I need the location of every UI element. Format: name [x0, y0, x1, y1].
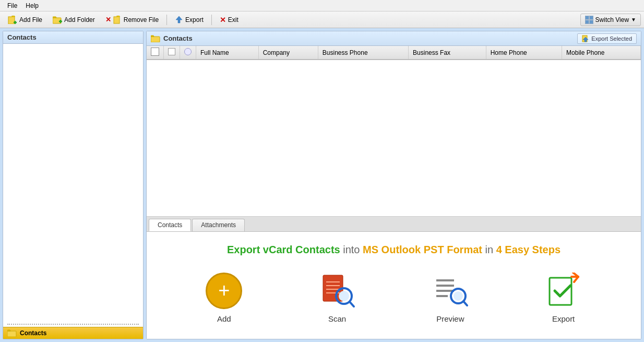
svg-marker-7: [176, 16, 182, 23]
toolbar: Add File Add Folder ✕ Remove File: [0, 11, 644, 28]
tab-attachments[interactable]: Attachments: [192, 219, 245, 231]
sidebar: Contacts Contacts: [3, 31, 144, 339]
preview-step-icon: [432, 273, 469, 309]
menu-bar: File Help: [0, 0, 644, 11]
export-svg-icon: [545, 273, 582, 309]
add-file-button[interactable]: Add File: [3, 14, 47, 26]
remove-file-icon: [113, 16, 122, 24]
contacts-folder-icon: [7, 329, 17, 337]
sidebar-contacts-item[interactable]: Contacts: [3, 327, 143, 339]
exit-label: Exit: [228, 16, 238, 23]
export-selected-button[interactable]: Export Selected: [577, 33, 637, 44]
export-label: Export: [185, 16, 204, 23]
step-add-label: Add: [217, 314, 231, 323]
table-header-row: Full Name Company Business Phone Busines…: [147, 46, 641, 60]
menu-help[interactable]: Help: [21, 1, 43, 10]
svg-rect-6: [114, 17, 120, 23]
export-selected-label: Export Selected: [591, 36, 632, 42]
add-file-icon: [8, 16, 17, 24]
export-toolbar-icon: [175, 16, 183, 24]
step-scan-label: Scan: [328, 314, 346, 323]
step-export-label: Export: [552, 314, 575, 323]
title-export: Export: [227, 244, 263, 255]
step-preview-label: Preview: [436, 314, 464, 323]
steps-panel: Export vCard Contacts into MS Outlook PS…: [147, 232, 641, 339]
title-in: in: [485, 244, 496, 255]
col-contact-icon: [180, 46, 196, 60]
content-header-left: Contacts: [151, 34, 193, 42]
add-plus-symbol: +: [218, 280, 230, 300]
svg-line-24: [350, 302, 354, 306]
add-folder-label: Add Folder: [64, 16, 95, 23]
title-vcard: vCard Contacts: [263, 244, 343, 255]
exit-x-icon: ✕: [220, 16, 226, 24]
menu-file[interactable]: File: [3, 1, 21, 10]
content-contacts-icon: [151, 35, 160, 42]
switch-view-label: Switch View: [595, 16, 629, 23]
col-page: [164, 46, 180, 60]
col-checkbox: [147, 46, 164, 60]
header-checkbox[interactable]: [151, 48, 159, 56]
switch-view-arrow: ▼: [631, 17, 636, 22]
export-step-icon: [545, 273, 582, 309]
header-contact-icon: [184, 48, 192, 55]
svg-rect-32: [550, 278, 571, 305]
content-panel: Contacts Export Selected: [146, 31, 641, 339]
svg-point-23: [339, 291, 349, 301]
main-layout: Contacts Contacts Contacts: [0, 28, 644, 342]
header-page-icon: [168, 48, 175, 55]
col-biz-fax[interactable]: Business Fax: [409, 46, 486, 60]
svg-rect-11: [586, 20, 589, 23]
sidebar-contacts-label: Contacts: [20, 329, 46, 337]
step-scan[interactable]: Scan: [319, 273, 355, 323]
svg-rect-9: [586, 16, 589, 19]
step-preview[interactable]: Preview: [432, 273, 469, 323]
remove-file-button[interactable]: ✕ Remove File: [101, 14, 163, 26]
add-folder-button[interactable]: Add Folder: [48, 14, 100, 26]
exit-button[interactable]: ✕ Exit: [215, 14, 243, 26]
sidebar-divider: [7, 324, 139, 325]
steps-title: Export vCard Contacts into MS Outlook PS…: [168, 242, 620, 257]
title-into: into: [343, 244, 363, 255]
add-step-icon: +: [206, 273, 242, 309]
export-button[interactable]: Export: [170, 14, 208, 26]
scan-step-icon: [319, 273, 355, 309]
col-mobile-phone[interactable]: Mobile Phone: [562, 46, 641, 60]
svg-rect-14: [151, 37, 160, 42]
export-selected-icon: [582, 35, 589, 42]
contacts-table: Full Name Company Business Phone Busines…: [147, 46, 641, 60]
svg-rect-12: [590, 20, 593, 23]
sidebar-header: Contacts: [3, 31, 143, 44]
add-file-label: Add File: [19, 16, 42, 23]
table-container: Full Name Company Business Phone Busines…: [147, 46, 641, 216]
sidebar-title: Contacts: [7, 33, 37, 41]
remove-file-label: Remove File: [124, 16, 159, 23]
tab-contacts[interactable]: Contacts: [149, 219, 191, 231]
content-title: Contacts: [163, 34, 193, 42]
tabs-bar: Contacts Attachments: [147, 217, 641, 232]
col-fullname[interactable]: Full Name: [196, 46, 259, 60]
step-add[interactable]: + Add: [206, 273, 242, 323]
toolbar-sep-2: [211, 15, 212, 25]
title-ms-outlook: MS Outlook PST Format: [363, 244, 485, 255]
toolbar-sep-1: [166, 15, 167, 25]
bottom-section: Contacts Attachments Export vCard Contac…: [147, 216, 641, 339]
toolbar-left: Add File Add Folder ✕ Remove File: [3, 14, 243, 26]
col-home-phone[interactable]: Home Phone: [486, 46, 562, 60]
col-company[interactable]: Company: [258, 46, 318, 60]
add-folder-icon: [53, 16, 62, 24]
remove-x-icon: ✕: [105, 16, 111, 23]
svg-rect-3: [53, 18, 61, 23]
switch-view-icon: [585, 16, 593, 24]
step-export[interactable]: Export: [545, 273, 582, 323]
switch-view-button[interactable]: Switch View ▼: [580, 14, 641, 26]
col-biz-phone[interactable]: Business Phone: [318, 46, 408, 60]
svg-rect-10: [590, 16, 593, 19]
preview-svg-icon: [432, 273, 469, 309]
sidebar-content: [3, 44, 143, 322]
svg-point-30: [454, 291, 463, 301]
svg-rect-13: [7, 331, 16, 337]
scan-svg-icon: [319, 273, 355, 309]
svg-line-31: [463, 301, 467, 305]
content-header: Contacts Export Selected: [147, 31, 641, 46]
